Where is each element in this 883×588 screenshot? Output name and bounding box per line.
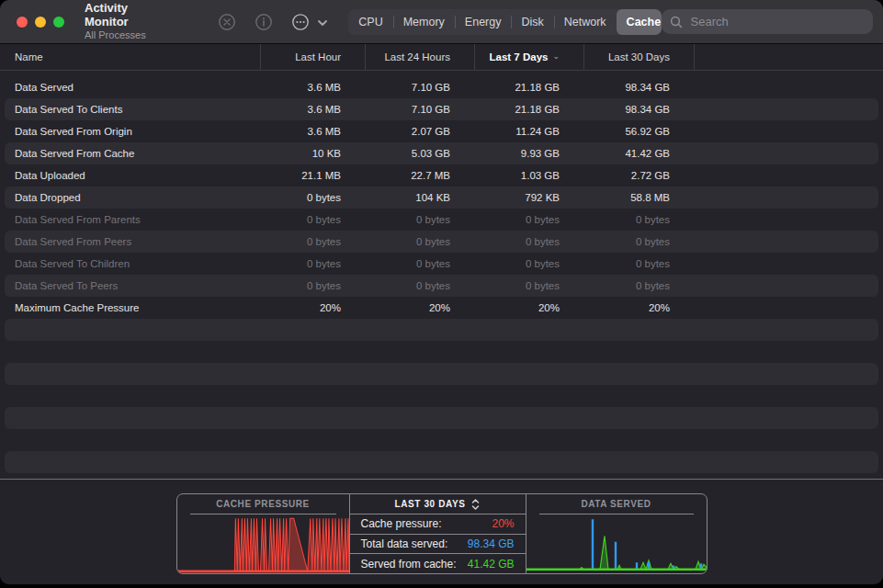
search-field[interactable] bbox=[662, 9, 873, 34]
minimize-window-button[interactable] bbox=[35, 17, 46, 28]
stat-label: Total data served: bbox=[361, 537, 448, 550]
sort-updown-icon bbox=[471, 499, 480, 510]
row-name: Data Served From Parents bbox=[0, 214, 260, 225]
column-header-last-7-days[interactable]: Last 7 Days⌄ bbox=[474, 44, 583, 70]
table-row[interactable]: Data Uploaded21.1 MB22.7 MB1.03 GB2.72 G… bbox=[0, 164, 883, 187]
row-value: 21.18 GB bbox=[474, 82, 583, 93]
row-value: 2.07 GB bbox=[365, 126, 474, 137]
segment-network[interactable]: Network bbox=[554, 9, 617, 35]
cache-pressure-chart bbox=[177, 514, 349, 573]
row-value: 21.18 GB bbox=[474, 104, 583, 115]
row-value: 9.93 GB bbox=[474, 148, 583, 159]
empty-table-row bbox=[0, 451, 883, 473]
row-value: 0 bytes bbox=[583, 236, 694, 247]
segment-energy[interactable]: Energy bbox=[455, 9, 512, 35]
table-row[interactable]: Data Served From Origin3.6 MB2.07 GB11.2… bbox=[0, 120, 883, 142]
toolbar-icons bbox=[218, 13, 328, 31]
table-row[interactable]: Data Served From Cache10 KB5.03 GB9.93 G… bbox=[0, 142, 883, 164]
row-name: Data Dropped bbox=[0, 192, 260, 203]
row-value: 792 KB bbox=[474, 192, 583, 203]
row-value: 0 bytes bbox=[474, 280, 583, 291]
view-segmented-control: CPUMemoryEnergyDiskNetworkCache bbox=[348, 9, 661, 35]
row-value: 0 bytes bbox=[474, 258, 583, 269]
cache-pressure-panel: CACHE PRESSURE bbox=[177, 494, 349, 573]
row-value: 0 bytes bbox=[365, 214, 474, 225]
summary-panel: LAST 30 DAYS Cache pressure:20%Total dat… bbox=[349, 494, 526, 573]
table-row[interactable]: Data Served3.6 MB7.10 GB21.18 GB98.34 GB bbox=[0, 76, 883, 98]
column-header-last-30-days[interactable]: Last 30 Days bbox=[583, 44, 694, 70]
row-value: 5.03 GB bbox=[365, 148, 474, 159]
footer-panel-box: CACHE PRESSURE LAST 30 DAYS Cache press bbox=[176, 493, 708, 574]
fullscreen-window-button[interactable] bbox=[53, 17, 64, 28]
table-row[interactable]: Data Served To Children0 bytes0 bytes0 b… bbox=[0, 253, 883, 275]
table-row[interactable]: Data Dropped0 bytes104 KB792 KB58.8 MB bbox=[0, 187, 883, 209]
data-served-blue-spikes bbox=[593, 519, 701, 569]
column-header-last-24-hours[interactable]: Last 24 Hours bbox=[365, 44, 474, 70]
row-value: 3.6 MB bbox=[260, 104, 365, 115]
column-header-label: Last Hour bbox=[295, 51, 341, 62]
stat-value: 20% bbox=[492, 517, 514, 530]
titlebar: Activity Monitor All Processes CPUMemory… bbox=[0, 0, 883, 44]
row-value: 22.7 MB bbox=[365, 170, 474, 181]
summary-title-row[interactable]: LAST 30 DAYS bbox=[350, 494, 526, 514]
segment-cache[interactable]: Cache bbox=[617, 9, 662, 35]
column-header-label: Name bbox=[15, 51, 43, 62]
data-served-chart bbox=[526, 514, 707, 573]
empty-table-row bbox=[0, 341, 883, 363]
column-header-name[interactable]: Name bbox=[0, 44, 260, 70]
row-value: 98.34 GB bbox=[583, 82, 694, 93]
column-header-last-hour[interactable]: Last Hour bbox=[260, 44, 365, 70]
row-value: 7.10 GB bbox=[365, 82, 474, 93]
activity-monitor-window: Activity Monitor All Processes CPUMemory… bbox=[0, 0, 883, 584]
chevron-down-icon[interactable] bbox=[317, 17, 328, 29]
row-name: Data Served To Children bbox=[0, 258, 260, 269]
row-value: 21.1 MB bbox=[260, 170, 365, 181]
empty-table-row bbox=[0, 319, 883, 341]
row-name: Data Served From Cache bbox=[0, 148, 260, 159]
stat-row: Served from cache:41.42 GB bbox=[350, 553, 526, 573]
row-value: 0 bytes bbox=[474, 236, 583, 247]
window-title-block: Activity Monitor All Processes bbox=[85, 2, 172, 41]
row-value: 2.72 GB bbox=[583, 170, 694, 181]
inspect-info-icon[interactable] bbox=[255, 13, 273, 31]
stop-process-icon[interactable] bbox=[218, 13, 236, 31]
row-value: 20% bbox=[583, 302, 694, 313]
data-served-panel: DATA SERVED bbox=[526, 494, 707, 573]
empty-table-row bbox=[0, 429, 883, 451]
row-name: Data Served From Peers bbox=[0, 236, 260, 247]
stat-label: Served from cache: bbox=[361, 558, 457, 571]
search-input[interactable] bbox=[689, 14, 865, 29]
segment-cpu[interactable]: CPU bbox=[348, 9, 392, 35]
segment-disk[interactable]: Disk bbox=[511, 9, 553, 35]
column-header-label: Last 24 Hours bbox=[384, 51, 450, 62]
row-value: 7.10 GB bbox=[365, 104, 474, 115]
row-value: 20% bbox=[365, 302, 474, 313]
close-window-button[interactable] bbox=[17, 17, 28, 28]
row-name: Data Uploaded bbox=[0, 170, 260, 181]
more-options-icon[interactable] bbox=[291, 13, 310, 31]
row-value: 0 bytes bbox=[260, 214, 365, 225]
row-name: Maximum Cache Pressure bbox=[0, 302, 260, 313]
row-value: 56.92 GB bbox=[583, 126, 694, 137]
row-value: 0 bytes bbox=[365, 258, 474, 269]
row-value: 3.6 MB bbox=[260, 126, 365, 137]
stat-row: Cache pressure:20% bbox=[350, 514, 526, 534]
table-row[interactable]: Data Served From Parents0 bytes0 bytes0 … bbox=[0, 209, 883, 231]
cache-pressure-area bbox=[177, 518, 349, 571]
table-row[interactable]: Data Served From Peers0 bytes0 bytes0 by… bbox=[0, 231, 883, 253]
row-value: 0 bytes bbox=[260, 236, 365, 247]
table-row[interactable]: Maximum Cache Pressure20%20%20%20% bbox=[0, 297, 883, 319]
row-name: Data Served bbox=[0, 82, 260, 93]
summary-title: LAST 30 DAYS bbox=[395, 499, 466, 509]
empty-table-row bbox=[0, 407, 883, 429]
table-row[interactable]: Data Served To Peers0 bytes0 bytes0 byte… bbox=[0, 275, 883, 297]
table-row[interactable]: Data Served To Clients3.6 MB7.10 GB21.18… bbox=[0, 98, 883, 120]
summary-stats: Cache pressure:20%Total data served:98.3… bbox=[350, 514, 526, 573]
stat-label: Cache pressure: bbox=[361, 517, 442, 530]
table-body: Data Served3.6 MB7.10 GB21.18 GB98.34 GB… bbox=[0, 71, 883, 479]
row-name: Data Served To Peers bbox=[0, 280, 260, 291]
segment-memory[interactable]: Memory bbox=[393, 9, 455, 35]
window-title: Activity Monitor bbox=[85, 2, 172, 29]
row-value: 0 bytes bbox=[583, 280, 694, 291]
row-value: 10 KB bbox=[260, 148, 365, 159]
